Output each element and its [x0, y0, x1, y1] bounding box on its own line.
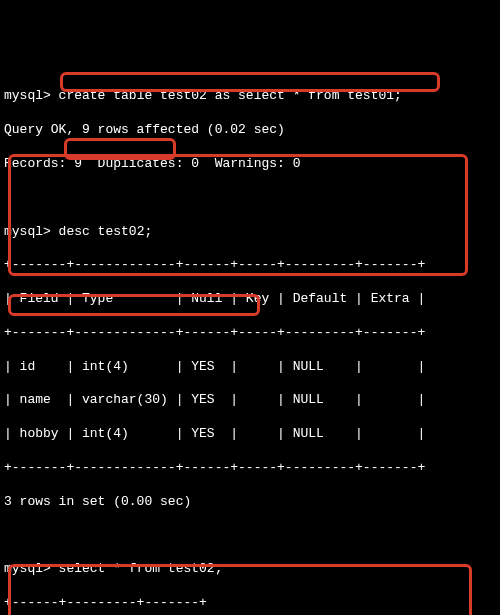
table-sep: +-------+-------------+------+-----+----…	[4, 460, 496, 477]
result-line: Query OK, 9 rows affected (0.02 sec)	[4, 122, 496, 139]
cmd-desc-test02: mysql> desc test02;	[4, 224, 496, 241]
mysql-prompt: mysql>	[4, 561, 51, 576]
mysql-prompt: mysql>	[4, 224, 51, 239]
table-sep: +-------+-------------+------+-----+----…	[4, 325, 496, 342]
table-sep: +------+---------+-------+	[4, 595, 496, 612]
cmd-create-table: mysql> create table test02 as select * f…	[4, 88, 496, 105]
mysql-prompt: mysql>	[4, 88, 51, 103]
cmd-text: desc test02;	[51, 224, 152, 239]
cmd-text: select * from test02;	[51, 561, 223, 576]
table-row: | hobby | int(4) | YES | | NULL | |	[4, 426, 496, 443]
table-sep: +-------+-------------+------+-----+----…	[4, 257, 496, 274]
blank-line	[4, 190, 496, 207]
table-row: | id | int(4) | YES | | NULL | |	[4, 359, 496, 376]
table-header: | Field | Type | Null | Key | Default | …	[4, 291, 496, 308]
blank-line	[4, 528, 496, 545]
result-line: Records: 9 Duplicates: 0 Warnings: 0	[4, 156, 496, 173]
table-row: | name | varchar(30) | YES | | NULL | |	[4, 392, 496, 409]
terminal-output: mysql> create table test02 as select * f…	[4, 72, 496, 615]
cmd-select-test02: mysql> select * from test02;	[4, 561, 496, 578]
cmd-text: create table test02 as select * from tes…	[51, 88, 402, 103]
result-footer: 3 rows in set (0.00 sec)	[4, 494, 496, 511]
